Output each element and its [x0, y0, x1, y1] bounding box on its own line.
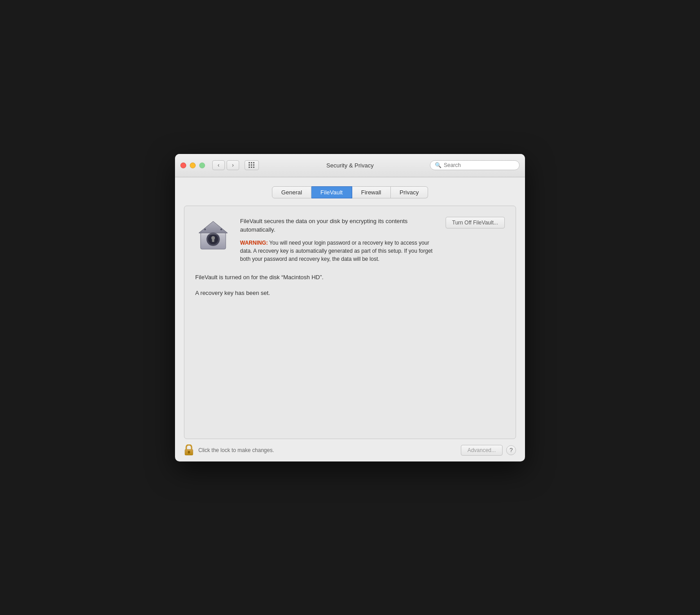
window-title: Security & Privacy	[326, 162, 373, 169]
lock-icon[interactable]	[184, 444, 194, 456]
grid-icon	[249, 162, 255, 168]
header-text-area: FileVault secures the data on your disk …	[240, 217, 437, 263]
svg-point-2	[204, 228, 206, 230]
svg-rect-8	[212, 239, 214, 242]
tab-general[interactable]: General	[272, 186, 311, 198]
svg-point-3	[220, 228, 222, 230]
warning-label: WARNING:	[240, 240, 268, 246]
bottom-right-controls: Advanced... ?	[461, 445, 516, 456]
svg-marker-1	[199, 221, 228, 233]
warning-body: You will need your login password or a r…	[240, 240, 433, 262]
tab-firewall[interactable]: Firewall	[352, 186, 391, 198]
back-icon: ‹	[218, 162, 219, 168]
forward-icon: ›	[232, 162, 234, 168]
filevault-header: FileVault secures the data on your disk …	[195, 217, 505, 263]
traffic-lights	[180, 163, 205, 168]
svg-rect-9	[201, 233, 225, 235]
filevault-icon	[195, 217, 231, 253]
filevault-recovery-status: A recovery key has been set.	[195, 290, 505, 296]
advanced-button[interactable]: Advanced...	[461, 445, 503, 456]
bottom-bar: Click the lock to make changes. Advanced…	[175, 439, 525, 461]
lock-status-text: Click the lock to make changes.	[198, 447, 274, 453]
turn-off-filevault-button[interactable]: Turn Off FileVault...	[446, 217, 505, 228]
main-content: General FileVault Firewall Privacy	[175, 177, 525, 439]
back-button[interactable]: ‹	[212, 160, 225, 170]
tab-filevault[interactable]: FileVault	[311, 186, 352, 198]
search-icon: 🔍	[435, 162, 442, 168]
titlebar: ‹ › Security & Privacy 🔍	[175, 154, 525, 177]
filevault-description: FileVault secures the data on your disk …	[240, 217, 437, 234]
system-preferences-window: ‹ › Security & Privacy 🔍 General FileVau…	[175, 154, 525, 461]
nav-buttons: ‹ ›	[212, 160, 239, 170]
search-input[interactable]	[444, 162, 515, 168]
maximize-button[interactable]	[199, 163, 205, 168]
svg-point-7	[211, 236, 215, 240]
minimize-button[interactable]	[190, 163, 196, 168]
filevault-panel: FileVault secures the data on your disk …	[184, 206, 516, 439]
forward-button[interactable]: ›	[227, 160, 239, 170]
tab-privacy[interactable]: Privacy	[391, 186, 429, 198]
close-button[interactable]	[180, 163, 186, 168]
svg-rect-15	[188, 452, 189, 454]
warning-text: WARNING: You will need your login passwo…	[240, 239, 437, 263]
tab-bar: General FileVault Firewall Privacy	[184, 186, 516, 198]
show-all-button[interactable]	[245, 160, 259, 170]
search-box[interactable]: 🔍	[430, 160, 520, 170]
filevault-disk-status: FileVault is turned on for the disk “Mac…	[195, 274, 505, 281]
help-button[interactable]: ?	[506, 445, 516, 455]
